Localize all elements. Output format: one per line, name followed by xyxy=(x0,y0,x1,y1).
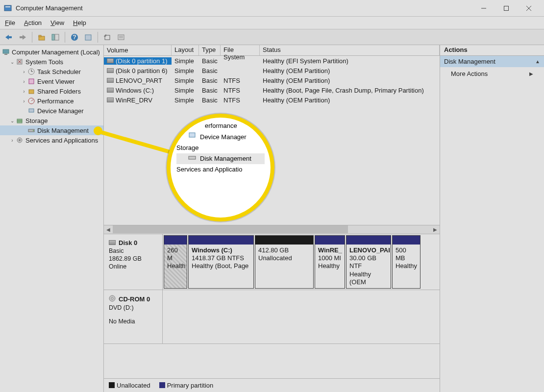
maximize-button[interactable] xyxy=(495,0,518,16)
volume-row[interactable]: WinRE_DRV Simple Basic NTFS Healthy (OEM… xyxy=(104,95,440,105)
collapse-icon[interactable]: ⌄ xyxy=(9,59,16,65)
expand-icon[interactable]: › xyxy=(9,138,16,143)
back-button[interactable] xyxy=(3,31,15,43)
collapse-icon: ▲ xyxy=(535,59,540,64)
content-pane: Volume Layout Type File System Status (D… xyxy=(104,45,440,392)
svg-rect-12 xyxy=(52,34,54,40)
tree-root[interactable]: Computer Management (Local) xyxy=(0,47,103,57)
disk-row: Disk 0 Basic 1862.89 GB Online 260 MHeal… xyxy=(104,234,440,290)
svg-rect-3 xyxy=(504,6,509,10)
tree-disk-management[interactable]: Disk Management xyxy=(0,125,103,135)
svg-point-36 xyxy=(19,139,21,141)
volume-row[interactable]: (Disk 0 partition 6) Simple Basic Health… xyxy=(104,66,440,75)
disk-icon xyxy=(27,126,35,134)
actions-disk-management[interactable]: Disk Management ▲ xyxy=(440,56,544,67)
expand-icon[interactable]: › xyxy=(21,89,27,94)
up-button[interactable] xyxy=(36,31,48,43)
partition[interactable]: 500 MBHealthy xyxy=(392,235,420,289)
menubar: File Action View Help xyxy=(0,17,544,29)
tree-label: Disk Management xyxy=(37,127,89,134)
col-type[interactable]: Type xyxy=(199,45,221,55)
tree-label: Services and Applications xyxy=(25,137,98,144)
actions-more[interactable]: More Actions ▶ xyxy=(440,67,544,80)
svg-point-34 xyxy=(33,130,34,131)
partition[interactable]: 260 MHealth xyxy=(164,235,187,289)
volume-table-body: (Disk 0 partition 1) Simple Basic Health… xyxy=(104,56,440,105)
svg-marker-6 xyxy=(5,35,9,40)
svg-rect-32 xyxy=(17,121,22,123)
partition-unallocated[interactable]: 412.80 GBUnallocated xyxy=(255,235,314,289)
svg-point-38 xyxy=(111,297,113,299)
tree-services-apps[interactable]: › Services and Applications xyxy=(0,135,103,145)
folder-share-icon xyxy=(27,87,35,95)
tree-task-scheduler[interactable]: › Task Scheduler xyxy=(0,67,103,76)
menu-action[interactable]: Action xyxy=(24,19,42,26)
tree-root-label: Computer Management (Local) xyxy=(12,49,100,56)
svg-rect-0 xyxy=(4,5,11,11)
menu-help[interactable]: Help xyxy=(73,19,86,26)
device-icon xyxy=(188,131,196,143)
chevron-right-icon: ▶ xyxy=(529,71,533,76)
legend-unallocated: Unallocated xyxy=(109,382,150,389)
refresh-button[interactable] xyxy=(101,31,113,43)
svg-rect-7 xyxy=(8,36,12,38)
tree-event-viewer[interactable]: › Event Viewer xyxy=(0,76,103,86)
volume-row[interactable]: Windows (C:) Simple Basic NTFS Healthy (… xyxy=(104,85,440,95)
partition[interactable]: Windows (C:)1418.37 GB NTFSHealthy (Boot… xyxy=(188,235,254,289)
titlebar: Computer Management xyxy=(0,0,544,17)
expand-icon[interactable]: › xyxy=(21,79,27,84)
col-filesystem[interactable]: File System xyxy=(221,45,260,55)
svg-rect-13 xyxy=(55,34,59,40)
scroll-right-icon[interactable]: ▶ xyxy=(431,225,440,233)
disk-row: CD-ROM 0 DVD (D:) No Media xyxy=(104,290,440,344)
svg-rect-22 xyxy=(4,54,7,55)
event-icon xyxy=(27,77,35,85)
actions-pane: Actions Disk Management ▲ More Actions ▶ xyxy=(440,45,544,392)
device-icon xyxy=(27,107,35,115)
col-volume[interactable]: Volume xyxy=(104,45,172,55)
tree-system-tools[interactable]: ⌄ System Tools xyxy=(0,57,103,67)
cdrom-info[interactable]: CD-ROM 0 DVD (D:) No Media xyxy=(104,290,163,343)
tree-performance[interactable]: › Performance xyxy=(0,96,103,106)
performance-icon xyxy=(27,97,35,105)
svg-rect-27 xyxy=(29,79,34,84)
volume-row[interactable]: (Disk 0 partition 1) Simple Basic Health… xyxy=(104,56,440,66)
drive-icon xyxy=(107,88,114,93)
scroll-thumb[interactable] xyxy=(113,225,348,233)
mag-device-manager: Device Manager xyxy=(176,131,265,143)
tree-shared-folders[interactable]: › Shared Folders xyxy=(0,86,103,96)
window-title: Computer Management xyxy=(16,4,472,12)
volume-row[interactable]: LENOVO_PART Simple Basic NTFS Healthy (O… xyxy=(104,75,440,85)
disk-icon xyxy=(188,153,196,164)
mag-disk-management: Disk Management xyxy=(176,153,265,164)
nav-tree: Computer Management (Local) ⌄ System Too… xyxy=(0,45,104,392)
menu-file[interactable]: File xyxy=(5,19,15,26)
col-layout[interactable]: Layout xyxy=(172,45,199,55)
partition[interactable]: LENOVO_PAI30.00 GB NTFHealthy (OEM xyxy=(346,235,391,289)
forward-button[interactable] xyxy=(17,31,28,43)
disk-icon xyxy=(109,240,116,245)
app-icon xyxy=(4,4,12,12)
h-scrollbar[interactable]: ◀ ▶ xyxy=(104,225,440,234)
expand-icon[interactable]: › xyxy=(21,98,27,104)
legend-primary: Primary partition xyxy=(159,382,214,389)
col-status[interactable]: Status xyxy=(260,45,440,55)
show-hide-tree-button[interactable] xyxy=(49,31,61,43)
scroll-left-icon[interactable]: ◀ xyxy=(104,225,113,233)
collapse-icon[interactable]: ⌄ xyxy=(9,118,16,123)
services-icon xyxy=(16,136,24,144)
tree-device-manager[interactable]: Device Manager xyxy=(0,106,103,116)
help-button[interactable]: ? xyxy=(69,31,80,43)
tree-storage[interactable]: ⌄ Storage xyxy=(0,116,103,125)
minimize-button[interactable] xyxy=(472,0,495,16)
volume-table-header: Volume Layout Type File System Status xyxy=(104,45,440,56)
expand-icon[interactable]: › xyxy=(21,69,27,74)
tree-label: Task Scheduler xyxy=(37,68,81,75)
menu-view[interactable]: View xyxy=(50,19,64,26)
clock-icon xyxy=(27,68,35,75)
properties-button[interactable] xyxy=(82,31,94,43)
disk-info[interactable]: Disk 0 Basic 1862.89 GB Online xyxy=(104,234,163,290)
settings-button[interactable] xyxy=(115,31,127,43)
partition[interactable]: WinRE_1000 MIHealthy xyxy=(315,235,345,289)
close-button[interactable] xyxy=(518,0,540,16)
